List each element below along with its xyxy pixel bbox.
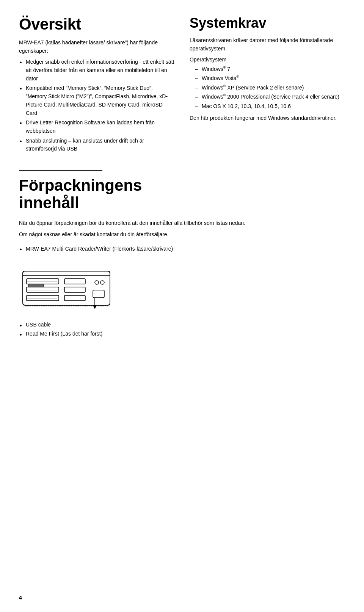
svg-rect-7 xyxy=(64,295,85,301)
oversikt-bullet-1: Medger snabb och enkel informationsöverf… xyxy=(19,58,174,83)
os-item-4: Windows® 2000 Professional (Service Pack… xyxy=(193,93,345,101)
oversikt-column: Översikt MRW-EA7 (kallas hädanefter läsa… xyxy=(19,15,174,155)
svg-rect-0 xyxy=(23,271,110,305)
oversikt-bullet-2: Kompatibel med ”Memory Stick”, ”Memory S… xyxy=(19,84,174,117)
oversikt-bullet-4: Snabb anslutning – kan anslutas under dr… xyxy=(19,137,174,153)
svg-rect-3 xyxy=(27,287,59,292)
os-item-3: Windows® XP (Service Pack 2 eller senare… xyxy=(193,83,345,92)
forpackning-body2: Om något saknas eller är skadat kontakta… xyxy=(19,231,345,239)
systemkrav-column: Systemkrav Läsaren/skrivaren kräver dato… xyxy=(190,15,345,155)
section-divider xyxy=(19,170,102,171)
os-item-2: Windows Vista® xyxy=(193,74,345,82)
svg-rect-4 xyxy=(27,295,59,301)
systemkrav-footer: Den här produkten fungerar med Windows s… xyxy=(190,114,345,122)
oversikt-intro: MRW-EA7 (kallas hädanefter läsare/ skriv… xyxy=(19,39,174,55)
svg-point-9 xyxy=(100,281,104,284)
systemkrav-intro: Läsaren/skrivaren kräver datorer med föl… xyxy=(190,36,345,53)
svg-rect-10 xyxy=(93,290,104,298)
oversikt-title: Översikt xyxy=(19,15,174,33)
operativsystem-label: Operativsystem xyxy=(190,56,345,64)
svg-rect-1 xyxy=(23,271,110,276)
svg-rect-6 xyxy=(64,287,85,292)
oversikt-bullet-list: Medger snabb och enkel informationsöverf… xyxy=(19,58,174,153)
bottom-item-readme: Read Me First (Läs det här först) xyxy=(19,330,345,339)
forpackning-title: Förpackningens innehåll xyxy=(19,177,345,212)
systemkrav-title: Systemkrav xyxy=(190,15,345,31)
os-item-1: Windows® 7 xyxy=(193,65,345,73)
bottom-item-usb: USB cable xyxy=(19,320,345,330)
svg-rect-5 xyxy=(64,279,85,284)
oversikt-bullet-3: Drive Letter Recognition Software kan la… xyxy=(19,119,174,135)
forpackning-items-list: MRW-EA7 Multi-Card Reader/Writer (Flerko… xyxy=(19,245,345,253)
svg-rect-14 xyxy=(28,284,44,287)
os-item-5: Mac OS X 10.2, 10.3, 10.4, 10.5, 10.6 xyxy=(193,102,345,110)
forpackning-body1: När du öppnar förpackningen bör du kontr… xyxy=(19,219,345,228)
svg-point-8 xyxy=(95,281,99,284)
forpackning-item-1: MRW-EA7 Multi-Card Reader/Writer (Flerko… xyxy=(19,245,345,253)
card-reader-image xyxy=(19,264,345,313)
top-section: Översikt MRW-EA7 (kallas hädanefter läsa… xyxy=(19,15,345,155)
forpackning-section: Förpackningens innehåll När du öppnar fö… xyxy=(19,177,345,339)
page-number: 4 xyxy=(19,595,22,601)
bottom-items-list: USB cable Read Me First (Läs det här för… xyxy=(19,320,345,339)
card-reader-illustration xyxy=(19,264,118,313)
os-list: Windows® 7 Windows Vista® Windows® XP (S… xyxy=(193,65,345,110)
